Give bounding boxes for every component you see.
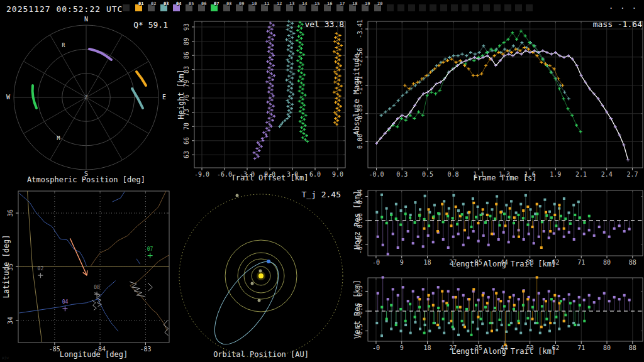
- frame-chip[interactable]: [483, 4, 490, 11]
- frame-chip-number: 18: [352, 1, 357, 6]
- tick-label: -0: [372, 260, 380, 266]
- tick-label: 1.1: [473, 172, 484, 178]
- tick-label: 0.5: [422, 172, 433, 178]
- orbit-caption: Orbital Position [AU]: [213, 351, 309, 358]
- frame-chip-number: 02: [151, 1, 156, 6]
- compass-label: N: [84, 16, 88, 23]
- tick-label: 0.3: [396, 172, 408, 178]
- tick-label: 88: [629, 260, 636, 266]
- map-station-label: 07: [147, 247, 153, 252]
- tick-label: 73: [184, 109, 190, 116]
- tick-label: 0.00: [357, 134, 364, 149]
- map-station-label: 02: [38, 266, 44, 272]
- tick-label: 27: [449, 345, 457, 351]
- tick-label: 9.0: [332, 172, 343, 178]
- map-xlabel: Longitude [deg]: [60, 351, 128, 358]
- frame-chip-number: 07: [214, 1, 219, 6]
- tick-label: -0.0: [369, 172, 384, 178]
- tick-label: -0.85: [357, 104, 364, 123]
- tick-label: -0.44: [357, 235, 364, 254]
- frame-chip-number: 15: [314, 1, 319, 6]
- tick-label: -9.0: [194, 172, 209, 178]
- tick-label: -1.71: [357, 75, 364, 94]
- tick-label: 62: [552, 345, 559, 351]
- frame-chip[interactable]: [123, 4, 130, 11]
- compass-label: S: [84, 171, 88, 177]
- tick-label: 35: [475, 260, 482, 266]
- tick-label: 1.9: [550, 172, 561, 178]
- frame-chip[interactable]: [526, 4, 533, 11]
- timestamp: 20251127 00:52:22 UTC: [6, 5, 123, 13]
- frame-chip-number: 04: [176, 1, 181, 6]
- overflow-menu[interactable]: . . .: [609, 3, 638, 10]
- tick-label: 66: [184, 137, 190, 145]
- tick-label: 89: [184, 37, 190, 45]
- tick-label: 86: [184, 52, 190, 59]
- tick-label: 35: [475, 345, 482, 351]
- frame-chip[interactable]: [387, 4, 394, 11]
- frame-chip-number: 08: [226, 1, 231, 6]
- q-star-stat: Q* 59.1: [133, 21, 168, 29]
- tick-label: 36: [8, 209, 14, 217]
- tick-label: 18: [423, 345, 431, 351]
- tick-label: 9: [400, 260, 404, 266]
- frame-chip[interactable]: [451, 4, 458, 11]
- frame-chip-number: 19: [365, 1, 370, 6]
- tick-label: 0.00: [357, 213, 364, 228]
- tick-label: 35: [8, 263, 14, 270]
- tick-label: 27: [449, 260, 457, 266]
- meteor-analysis-app: 20251127 00:52:22 UTC 010203040506070809…: [0, 0, 644, 362]
- frame-chip[interactable]: [472, 4, 479, 11]
- frame-chip-number: 05: [189, 1, 194, 6]
- tick-label: -84: [94, 346, 106, 353]
- polar-point-label: Z: [85, 96, 88, 101]
- tick-label: 1.6: [525, 172, 536, 178]
- tick-label: -3.41: [357, 19, 364, 38]
- frame-chip-number: 03: [164, 1, 169, 6]
- frame-chip-number: 14: [302, 1, 307, 6]
- frame-chip[interactable]: [515, 4, 522, 11]
- frame-chip[interactable]: [462, 4, 469, 11]
- tick-label: -3.0: [240, 172, 255, 178]
- tick-label: 70: [184, 123, 190, 130]
- tick-label: 76: [184, 94, 190, 102]
- tick-label: 93: [184, 23, 190, 31]
- tick-label: 80: [603, 345, 611, 351]
- tick-label: -85: [49, 346, 60, 353]
- frame-chip[interactable]: [408, 4, 415, 11]
- frame-chip[interactable]: [504, 4, 511, 11]
- frame-chip[interactable]: [419, 4, 426, 11]
- polar-point-label: M: [57, 136, 60, 141]
- frame-chip-number: 17: [340, 1, 345, 6]
- tick-label: 83: [184, 66, 190, 74]
- frame-chip-number: 20: [377, 1, 382, 6]
- frame-chip-number: 06: [201, 1, 206, 6]
- tick-label: -83: [140, 346, 151, 353]
- mass-stat: mass -1.64: [593, 20, 642, 28]
- tick-label: 63: [184, 151, 190, 158]
- tick-label: 44: [501, 260, 508, 266]
- tick-label: -6.0: [217, 172, 232, 178]
- map-station-label: 08: [94, 285, 100, 290]
- tick-label: -0: [372, 345, 380, 351]
- compass-label: W: [6, 94, 10, 101]
- tick-label: 34: [8, 317, 14, 324]
- tick-label: 71: [577, 345, 585, 351]
- tick-label: 71: [577, 260, 585, 266]
- frame-chip[interactable]: [494, 4, 501, 11]
- frame-chip-number: 11: [264, 1, 269, 6]
- frame-chip[interactable]: [397, 4, 404, 11]
- frame-chip[interactable]: [430, 4, 436, 11]
- frame-chip-number: 16: [327, 1, 332, 6]
- tick-label: 2.1: [575, 172, 587, 178]
- tick-label: 0.44: [357, 189, 364, 204]
- tick-label: 62: [552, 260, 559, 266]
- frame-chip[interactable]: [440, 4, 447, 11]
- tick-label: 3.0: [287, 172, 298, 178]
- tisserand-stat: T_j 2.45: [301, 190, 341, 199]
- tick-label: 80: [603, 260, 611, 266]
- polar-point-label: R: [62, 43, 65, 48]
- tick-label: 44: [501, 345, 508, 351]
- tick-label: 53: [526, 345, 534, 351]
- tick-label: 0.0: [264, 172, 275, 178]
